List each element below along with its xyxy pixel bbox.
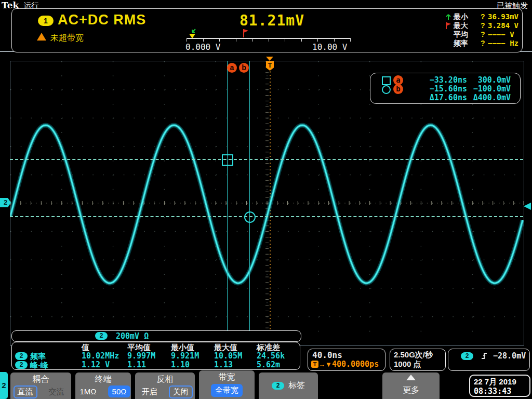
cursor-b-circle-marker[interactable]	[244, 211, 256, 223]
time-text: 08:33:43	[474, 387, 529, 396]
stat-value: −−−− V	[488, 30, 514, 38]
col-header-value: 值	[82, 343, 127, 352]
cursor-a-horizontal-line[interactable]	[10, 159, 523, 160]
rising-edge-icon	[481, 352, 488, 362]
measurement-row-label: 2 峰-峰	[15, 361, 82, 369]
table-cell: 1.11	[127, 361, 171, 369]
menu-title: 耦合	[10, 374, 71, 385]
cursor-b-badge[interactable]: b	[239, 63, 249, 73]
cursor-a-volt: 300.0mV	[454, 75, 511, 85]
dvm-function-label: AC+DC RMS	[58, 12, 146, 28]
stat-question: ?	[481, 39, 485, 47]
dvm-tick	[301, 39, 302, 42]
up-triangle-icon	[406, 375, 416, 380]
green-arrow-icon	[445, 13, 451, 20]
table-corner	[15, 343, 82, 352]
more-label: 更多	[382, 385, 440, 396]
channel-2-badge: 2	[272, 382, 284, 390]
channel-1-badge: 1	[38, 16, 54, 26]
dvm-max-marker-icon	[243, 29, 249, 40]
cursor-b-horizontal-line[interactable]	[10, 216, 523, 217]
option-full-bandwidth[interactable]: 全带宽	[211, 384, 243, 397]
option-1mohm[interactable]: 1MΩ	[76, 385, 101, 397]
channel-2-scale-box[interactable]: 2 200mV Ω	[11, 330, 301, 342]
table-cell: 10.02MHz	[82, 352, 127, 361]
menu-title: 2 标签	[259, 380, 318, 391]
menu-label-button[interactable]: 2 标签	[259, 373, 318, 399]
menu-title: 终端	[75, 374, 131, 385]
channel-2-baseline-marker[interactable]: 2	[0, 198, 11, 207]
menu-title: 带宽	[199, 372, 255, 383]
menu-coupling-button[interactable]: 耦合 直流 交流	[10, 373, 71, 399]
table-cell: 1.10	[171, 361, 214, 369]
label-text: 标签	[288, 380, 305, 391]
col-header-max: 最大值	[214, 343, 257, 352]
dvm-tick	[187, 39, 187, 42]
timebase-value: 40.0ns	[312, 350, 342, 360]
measurement-table: 值 平均值 最小值 最大值 标准差 2 频率 10.02MHz 9.997M 9…	[11, 342, 300, 370]
stat-label: 最大	[454, 21, 468, 31]
trigger-level: −28.0mV	[493, 351, 526, 361]
cursor-a-badge[interactable]: a	[227, 63, 237, 73]
col-header-mean: 平均值	[127, 343, 171, 352]
option-ac[interactable]: 交流	[45, 385, 69, 398]
option-on[interactable]: 开启	[138, 385, 162, 398]
trigger-position-arrow-icon	[266, 57, 273, 61]
dvm-value: 81.21mV	[240, 12, 304, 29]
red-flag-icon	[445, 22, 451, 29]
stat-row-mean: 平均 ? −−−− V	[445, 30, 531, 39]
stat-question: ?	[481, 12, 485, 21]
delay-value: 400.0000ps	[332, 360, 379, 369]
timebase-readout-box: 40.0ns T →▼ 400.0000ps	[308, 349, 385, 371]
stat-question: ?	[481, 21, 485, 30]
cursor-a-row: a −33.20ns 300.0mV	[370, 75, 520, 85]
warning-triangle-icon	[37, 33, 46, 41]
oscilloscope-screen: Tek 运行 已被触发 1 AC+DC RMS 81.21mV 未超带宽 0.0…	[0, 0, 532, 399]
option-50ohm[interactable]: 50Ω	[108, 385, 131, 397]
table-cell: 5.62m	[257, 361, 298, 369]
measurement-name: 峰-峰	[30, 361, 48, 369]
menu-termination-button[interactable]: 终端 1MΩ 50Ω	[75, 373, 131, 399]
cursor-a-vertical-line[interactable]	[227, 61, 228, 331]
option-off[interactable]: 关闭	[169, 385, 193, 398]
stat-label: 平均	[454, 30, 468, 39]
acquisition-readout-box: 2.50G次/秒 1000 点	[390, 349, 446, 371]
dvm-tick	[219, 39, 220, 42]
table-cell: 10.05M	[214, 352, 257, 361]
date-text: 22 7月 2019	[474, 377, 529, 387]
col-header-min: 最小值	[171, 343, 214, 352]
channel-2-scale-text: 200mV Ω	[116, 331, 149, 341]
menu-invert-button[interactable]: 反相 开启 关闭	[135, 373, 195, 399]
stat-value: 36.93mV	[488, 12, 518, 21]
menu-title: 反相	[135, 374, 195, 385]
measurement-row-label: 2 频率	[15, 352, 82, 361]
stat-value: 3.284 V	[488, 21, 518, 30]
trigger-readout-box: 2 −28.0mV	[448, 349, 530, 371]
dvm-measure-bar: 1 AC+DC RMS 81.21mV 未超带宽 0.000 V 10.00 V…	[11, 8, 523, 52]
bandwidth-warning-text: 未超带宽	[50, 33, 84, 44]
dvm-tick	[285, 39, 285, 42]
cursor-a-square-marker[interactable]	[222, 154, 233, 166]
menu-bandwidth-button[interactable]: 带宽 全带宽	[199, 370, 255, 399]
trigger-t-icon: T	[311, 361, 318, 368]
dvm-scale-min-label: 0.000 V	[185, 42, 220, 52]
trigger-level-arrow[interactable]	[524, 203, 531, 210]
menu-more-button[interactable]: 更多	[382, 373, 440, 399]
table-cell: 24.56k	[257, 352, 298, 361]
table-cell: 9.921M	[171, 352, 214, 361]
option-dc[interactable]: 直流	[14, 385, 37, 398]
record-length: 1000 点	[394, 360, 421, 369]
dvm-tick	[350, 39, 351, 42]
stat-value: −−−− Hz	[488, 39, 518, 47]
channel-2-badge: 2	[95, 332, 108, 340]
col-header-stddev: 标准差	[257, 343, 298, 352]
dvm-tick	[203, 39, 204, 42]
dvm-scale-max-label: 10.00 V	[312, 42, 347, 52]
channel-2-badge: 2	[461, 352, 473, 360]
menu-channel-tab[interactable]: 2	[0, 372, 8, 399]
stat-label: 频率	[454, 39, 468, 48]
cursor-b-vertical-line[interactable]	[249, 61, 250, 331]
dvm-tick	[317, 39, 318, 42]
channel-2-badge: 2	[15, 361, 28, 369]
cursor-readout-box: a −33.20ns 300.0mV b −15.60ns −100.0mV Δ…	[370, 73, 521, 104]
